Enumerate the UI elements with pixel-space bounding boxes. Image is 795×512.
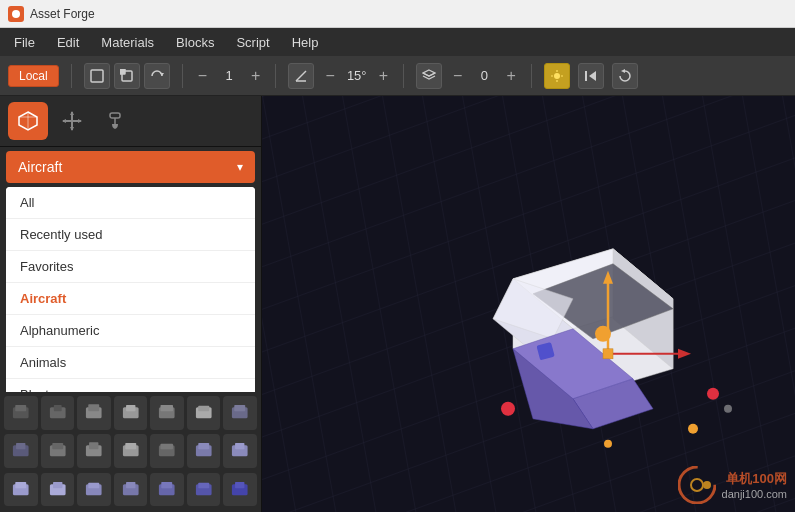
menu-help[interactable]: Help xyxy=(282,31,329,54)
svg-rect-31 xyxy=(16,443,25,449)
asset-thumb-3[interactable] xyxy=(77,396,111,430)
svg-point-72 xyxy=(707,388,719,400)
titlebar: Asset Forge xyxy=(0,0,795,28)
asset-thumb-11[interactable] xyxy=(114,434,148,468)
cat-all[interactable]: All xyxy=(6,187,255,218)
svg-rect-53 xyxy=(162,482,173,488)
svg-point-83 xyxy=(703,481,711,489)
sep4 xyxy=(403,64,404,88)
stack-group: − 0 + xyxy=(450,67,519,85)
stack-value: 0 xyxy=(469,68,499,83)
svg-rect-43 xyxy=(236,443,245,449)
scene-object xyxy=(433,199,753,462)
menubar: File Edit Materials Blocks Script Help xyxy=(0,28,795,56)
rotation-plus[interactable]: + xyxy=(248,67,263,85)
chevron-down-icon: ▾ xyxy=(237,160,243,174)
asset-thumb-17[interactable] xyxy=(77,473,111,507)
stack-minus[interactable]: − xyxy=(450,67,465,85)
menu-materials[interactable]: Materials xyxy=(91,31,164,54)
blocks-tab[interactable] xyxy=(8,102,48,140)
svg-rect-57 xyxy=(236,482,245,488)
svg-point-4 xyxy=(554,73,560,79)
sep5 xyxy=(531,64,532,88)
asset-thumb-16[interactable] xyxy=(41,473,75,507)
sep3 xyxy=(275,64,276,88)
category-selected-label: Aircraft xyxy=(18,159,62,175)
svg-marker-14 xyxy=(78,119,82,123)
cat-animals[interactable]: Animals xyxy=(6,346,255,378)
asset-thumb-14[interactable] xyxy=(223,434,257,468)
menu-edit[interactable]: Edit xyxy=(47,31,89,54)
asset-thumb-20[interactable] xyxy=(187,473,221,507)
asset-thumb-18[interactable] xyxy=(114,473,148,507)
asset-thumb-8[interactable] xyxy=(4,434,38,468)
angle-value: 15° xyxy=(342,68,372,83)
angle-minus[interactable]: − xyxy=(322,67,337,85)
prev-frame-icon[interactable] xyxy=(578,63,604,89)
cat-recently-used[interactable]: Recently used xyxy=(6,218,255,250)
cat-aircraft[interactable]: Aircraft xyxy=(6,282,255,314)
asset-thumb-10[interactable] xyxy=(77,434,111,468)
svg-point-0 xyxy=(12,10,20,18)
layers-icon[interactable] xyxy=(416,63,442,89)
svg-point-74 xyxy=(604,440,612,448)
svg-point-82 xyxy=(691,479,703,491)
asset-thumb-15[interactable] xyxy=(4,473,38,507)
watermark-logo xyxy=(678,466,716,504)
sun-icon[interactable] xyxy=(544,63,570,89)
angle-group: − 15° + xyxy=(322,67,391,85)
angle-icon[interactable] xyxy=(288,63,314,89)
asset-thumb-5[interactable] xyxy=(150,396,184,430)
svg-rect-49 xyxy=(88,482,99,487)
stack-plus[interactable]: + xyxy=(503,67,518,85)
svg-rect-1 xyxy=(91,70,103,82)
tool-tabs xyxy=(0,96,261,147)
asset-thumb-2[interactable] xyxy=(41,396,75,430)
asset-thumb-21[interactable] xyxy=(223,473,257,507)
asset-thumb-19[interactable] xyxy=(150,473,184,507)
rotation-minus[interactable]: − xyxy=(195,67,210,85)
asset-thumb-12[interactable] xyxy=(150,434,184,468)
svg-marker-12 xyxy=(70,127,74,131)
rotate-icon[interactable] xyxy=(144,63,170,89)
paint-tab[interactable] xyxy=(96,102,136,140)
svg-rect-79 xyxy=(603,349,613,359)
local-button[interactable]: Local xyxy=(8,65,59,87)
refresh-icon[interactable] xyxy=(612,63,638,89)
angle-plus[interactable]: + xyxy=(376,67,391,85)
viewport[interactable]: 单机100网 danji100.com xyxy=(262,96,795,512)
svg-rect-3 xyxy=(120,69,125,74)
asset-thumb-7[interactable] xyxy=(223,396,257,430)
rotation-group: − 1 + xyxy=(195,67,264,85)
category-dropdown[interactable]: Aircraft ▾ xyxy=(6,151,255,183)
svg-rect-55 xyxy=(198,482,209,487)
transform-icon1[interactable] xyxy=(84,63,110,89)
svg-rect-41 xyxy=(198,443,209,449)
asset-thumb-1[interactable] xyxy=(4,396,38,430)
asset-thumb-13[interactable] xyxy=(187,434,221,468)
svg-rect-21 xyxy=(88,404,99,411)
asset-thumb-6[interactable] xyxy=(187,396,221,430)
asset-thumb-4[interactable] xyxy=(114,396,148,430)
svg-rect-9 xyxy=(585,71,587,81)
svg-rect-35 xyxy=(89,442,98,449)
watermark-text: 单机100网 danji100.com xyxy=(722,470,787,500)
svg-rect-17 xyxy=(15,405,26,411)
transform-icon2[interactable] xyxy=(114,63,140,89)
svg-rect-19 xyxy=(53,405,61,411)
sep1 xyxy=(71,64,72,88)
svg-rect-39 xyxy=(161,444,174,449)
asset-grid xyxy=(0,392,261,512)
svg-marker-11 xyxy=(70,111,74,115)
svg-rect-27 xyxy=(198,406,209,411)
move-tab[interactable] xyxy=(52,102,92,140)
menu-script[interactable]: Script xyxy=(226,31,279,54)
asset-thumb-9[interactable] xyxy=(41,434,75,468)
menu-file[interactable]: File xyxy=(4,31,45,54)
left-panel: Aircraft ▾ All Recently used Favorites A… xyxy=(0,96,262,512)
svg-rect-47 xyxy=(53,482,62,488)
cat-alphanumeric[interactable]: Alphanumeric xyxy=(6,314,255,346)
cat-favorites[interactable]: Favorites xyxy=(6,250,255,282)
watermark: 单机100网 danji100.com xyxy=(678,466,787,504)
menu-blocks[interactable]: Blocks xyxy=(166,31,224,54)
